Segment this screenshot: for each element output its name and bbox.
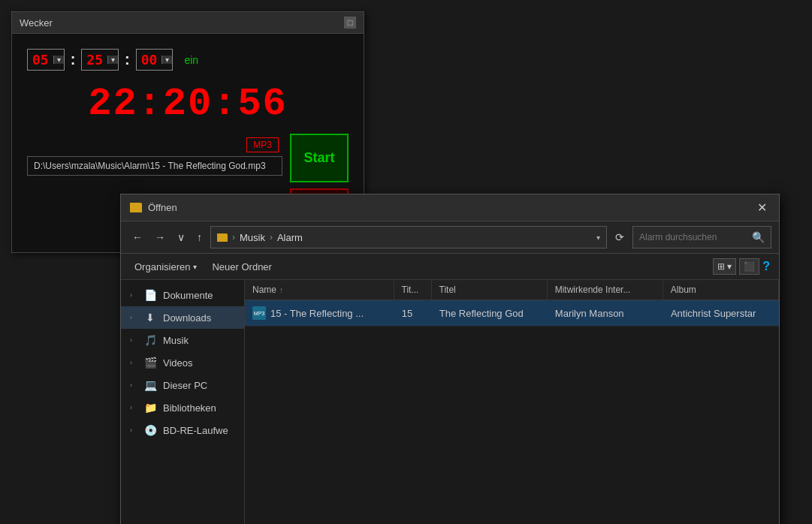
file-album-cell: Antichrist Superstar [663,305,779,322]
breadcrumb-dropdown-button[interactable]: ▾ [596,233,600,242]
sidebar-item-bd-re[interactable]: › 💿 BD-RE-Laufwe [121,419,244,441]
col-title-label: Titel [439,285,456,295]
clock-display: 22:20:56 [27,82,349,126]
nav-up-button[interactable]: ↑ [193,229,206,245]
sidebar-label-musik: Musik [163,335,189,346]
sidebar-label-bibliotheken: Bibliotheken [163,402,216,414]
dokumente-icon: 📄 [143,289,157,301]
sep1: : [71,51,76,68]
sidebar-label-dieser-pc: Dieser PC [163,380,207,391]
dialog-close-button[interactable]: ✕ [754,200,770,215]
col-album-label: Album [671,285,696,295]
sidebar-item-musik[interactable]: › 🎵 Musik [121,329,244,351]
bibliotheken-chevron-icon: › [130,404,137,411]
hours-value: 05 [28,50,53,70]
file-row[interactable]: MP3 15 - The Reflecting ... 15 The Refle… [245,300,779,327]
col-tit-label: Tit... [402,285,419,295]
sep2: : [125,51,130,68]
alarm-title: Wecker [20,17,53,29]
alarm-titlebar: Wecker □ [12,12,364,34]
breadcrumb-musik[interactable]: Musik [240,232,265,243]
dialog-folder-icon [130,203,142,212]
sidebar-item-dieser-pc[interactable]: › 💻 Dieser PC [121,374,244,396]
breadcrumb-folder-icon [217,233,228,242]
col-header-title[interactable]: Titel [432,280,548,300]
dialog-titlebar-left: Öffnen [130,202,177,213]
col-header-album[interactable]: Album [663,280,779,300]
start-button[interactable]: Start [290,134,349,182]
nav-back-button[interactable]: ← [128,229,146,245]
file-path: D:\Users\mzala\Music\Alarm\15 - The Refl… [27,156,282,176]
file-artist-cell: Marilyn Manson [548,305,663,322]
musik-icon: 🎵 [143,334,157,346]
organize-button[interactable]: Organisieren ▾ [130,259,201,275]
hours-arrow[interactable]: ▾ [53,56,64,64]
file-name-cell: MP3 15 - The Reflecting ... [245,303,394,323]
dokumente-chevron-icon: › [130,291,137,299]
nav-dropdown-button[interactable]: ∨ [174,229,189,245]
downloads-icon: ⬇ [143,312,157,324]
sidebar-item-dokumente[interactable]: › 📄 Dokumente [121,284,244,306]
file-tit-cell: 15 [394,305,432,322]
sidebar-label-videos: Videos [163,357,193,369]
search-icon-button[interactable]: 🔍 [752,231,765,243]
col-header-name[interactable]: Name ↑ [245,280,394,300]
file-artist: Marilyn Manson [555,308,624,319]
videos-chevron-icon: › [130,359,137,366]
file-name: 15 - The Reflecting ... [270,308,364,319]
nav-forward-button[interactable]: → [151,229,169,245]
videos-icon: 🎬 [143,357,157,369]
sidebar-item-downloads[interactable]: › ⬇ Downloads [121,306,244,329]
dialog-toolbar: Organisieren ▾ Neuer Ordner ⊞ ▾ ⬛ ? [121,254,779,280]
musik-chevron-icon: › [130,336,137,344]
breadcrumb-bar[interactable]: › Musik › Alarm ▾ [210,226,607,248]
breadcrumb-sep1: › [232,232,235,242]
seconds-arrow[interactable]: ▾ [161,56,172,64]
dialog-body: › 📄 Dokumente › ⬇ Downloads › 🎵 Musik › … [121,280,779,524]
file-album: Antichrist Superstar [671,308,756,319]
sidebar-item-videos[interactable]: › 🎬 Videos [121,351,244,374]
minutes-box: 25 ▾ [81,49,119,71]
organize-chevron-icon: ▾ [193,263,197,271]
sidebar: › 📄 Dokumente › ⬇ Downloads › 🎵 Musik › … [121,280,245,524]
preview-button[interactable]: ⬛ [739,258,759,275]
breadcrumb-alarm[interactable]: Alarm [277,232,303,243]
help-button[interactable]: ? [762,260,770,273]
new-folder-button[interactable]: Neuer Ordner [207,259,276,275]
time-selectors: 05 ▾ : 25 ▾ : 00 ▾ ein [27,49,349,71]
file-tit: 15 [402,308,412,319]
dialog-titlebar: Öffnen ✕ [121,194,779,221]
dialog-toolbar-right: ⊞ ▾ ⬛ ? [713,258,770,275]
file-dialog: Öffnen ✕ ← → ∨ ↑ › Musik › Alarm ▾ ⟳ 🔍 O… [120,194,780,524]
seconds-value: 00 [137,50,162,70]
downloads-chevron-icon: › [130,314,137,321]
hours-box: 05 ▾ [27,49,65,71]
sidebar-item-bibliotheken[interactable]: › 📁 Bibliotheken [121,396,244,419]
bd-re-icon: 💿 [143,424,157,436]
col-name-label: Name [252,285,276,295]
search-box: 🔍 [632,226,771,248]
dialog-title: Öffnen [148,202,177,213]
mp3-label: MP3 [246,137,279,152]
file-title-cell: The Reflecting God [432,305,548,322]
view-options-button[interactable]: ⊞ ▾ [713,258,736,275]
col-header-tit[interactable]: Tit... [394,280,432,300]
alarm-close-btn[interactable]: □ [344,17,356,29]
minutes-arrow[interactable]: ▾ [107,56,118,64]
new-folder-label: Neuer Ordner [212,261,271,273]
sidebar-label-bd-re: BD-RE-Laufwe [163,425,228,436]
breadcrumb-sep2: › [270,232,273,242]
mp3-file-icon: MP3 [252,306,266,320]
status-label: ein [184,54,198,66]
organize-label: Organisieren [134,261,190,273]
search-input[interactable] [639,232,752,242]
seconds-box: 00 ▾ [136,49,174,71]
alarm-titlebar-buttons: □ [344,17,356,29]
col-artist-label: Mitwirkende Inter... [555,285,631,295]
file-path-row: D:\Users\mzala\Music\Alarm\15 - The Refl… [27,156,282,176]
sort-arrow-icon: ↑ [279,286,283,294]
col-header-artist[interactable]: Mitwirkende Inter... [548,280,663,300]
minutes-value: 25 [82,50,107,70]
refresh-button[interactable]: ⟳ [611,229,628,245]
sidebar-label-downloads: Downloads [163,312,211,324]
